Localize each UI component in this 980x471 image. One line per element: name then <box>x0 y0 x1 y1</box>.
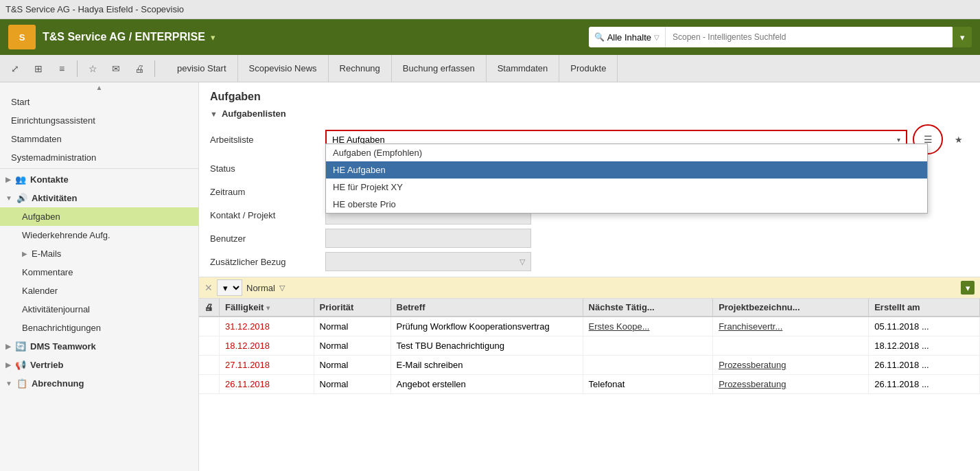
page-title: Aufgaben <box>199 82 980 108</box>
table-row[interactable]: 27.11.2018 Normal E-Mail schreiben Proze… <box>199 356 980 375</box>
section-title: Aufgabenlisten <box>222 108 286 119</box>
dropdown-option-2[interactable]: HE für Projekt XY <box>326 179 927 196</box>
td-icon-1 <box>199 336 220 356</box>
benutzer-input[interactable] <box>325 229 531 248</box>
bezug-input[interactable]: ▽ <box>325 252 531 271</box>
section-toggle-aufgabenlisten[interactable]: ▼ Aufgabenlisten <box>210 108 969 119</box>
sidebar-item-stammdaten[interactable]: Stammdaten <box>0 130 198 148</box>
sidebar-divider-1 <box>0 168 198 169</box>
table-row[interactable]: 31.12.2018 Normal Prüfung Workflow Koope… <box>199 317 980 336</box>
wiederkehrend-label: Wiederkehrende Aufg. <box>22 230 110 240</box>
tab-scopevisio-news[interactable]: Scopevisio News <box>238 55 329 82</box>
toolbar-list1-icon[interactable]: ⊞ <box>29 59 48 78</box>
th-projektbezeichnung[interactable]: Projektbezeichnu... <box>713 299 869 317</box>
emails-label: E-Mails <box>32 249 61 259</box>
dropdown-option-1[interactable]: HE Aufgaben <box>326 161 927 179</box>
abrechnung-icon: 📋 <box>16 378 27 389</box>
benutzer-input-wrapper <box>325 229 969 248</box>
th-print[interactable]: 🖨 <box>199 299 220 317</box>
filter-close-button[interactable]: ✕ <box>205 282 213 293</box>
sidebar-label-systemadmin: Systemadministration <box>11 152 96 163</box>
table-container: 🖨 Fälligkeit ▾ Priorität Betreff <box>199 299 980 394</box>
arbeitsliste-popup: Aufgaben (Empfohlen) HE Aufgaben HE für … <box>325 143 928 214</box>
tab-buchung-erfassen[interactable]: Buchung erfassen <box>392 55 487 82</box>
sidebar-section-kontakte[interactable]: ▶ 👥 Kontakte <box>0 170 198 189</box>
th-naechste-taetigkeit[interactable]: Nächste Tätig... <box>583 299 713 317</box>
sidebar-item-kalender[interactable]: Kalender <box>0 282 198 300</box>
sidebar-section-vertrieb[interactable]: ▶ 📢 Vertrieb <box>0 356 198 374</box>
th-prioritaet[interactable]: Priorität <box>314 299 390 317</box>
td-subject-1: Test TBU Benachrichtigung <box>390 336 583 356</box>
aufgaben-label: Aufgaben <box>22 211 60 222</box>
kalender-label: Kalender <box>22 286 58 296</box>
sidebar-section-aktivitaeten[interactable]: ▼ 🔊 Aktivitäten <box>0 189 198 207</box>
dropdown-option-3[interactable]: HE oberste Prio <box>326 196 927 213</box>
table-header-row: 🖨 Fälligkeit ▾ Priorität Betreff <box>199 299 980 317</box>
td-created-1: 18.12.2018 ... <box>869 336 980 356</box>
search-scope-button[interactable]: 🔍 Alle Inhalte ▽ <box>589 27 665 47</box>
th-prioritaet-label: Priorität <box>320 302 354 312</box>
toolbar-list2-icon[interactable]: ≡ <box>52 59 71 78</box>
sidebar-item-benachrichtigungen[interactable]: Benachrichtigungen <box>0 319 198 337</box>
th-erstellt-am[interactable]: Erstellt am <box>869 299 980 317</box>
td-date-1: 18.12.2018 <box>220 336 314 356</box>
th-betreff[interactable]: Betreff <box>390 299 583 317</box>
star-action-button[interactable]: ★ <box>948 129 969 150</box>
filter-bar-right: ▾ <box>961 281 975 295</box>
sidebar-item-aktivitaetenjournal[interactable]: Aktivitätenjournal <box>0 300 198 319</box>
toolbar-mail-icon[interactable]: ✉ <box>106 59 126 78</box>
toolbar: ⤢ ⊞ ≡ ☆ ✉ 🖨 pevisio Start Scopevisio New… <box>0 55 980 82</box>
kontakte-icon: 👥 <box>15 174 26 185</box>
sidebar-item-wiederkehrend[interactable]: Wiederkehrende Aufg. <box>0 226 198 244</box>
sort-icon-faelligkeit: ▾ <box>266 304 270 312</box>
table-row[interactable]: 26.11.2018 Normal Angebot erstellen Tele… <box>199 375 980 394</box>
tab-scopevisio-start[interactable]: pevisio Start <box>166 55 238 82</box>
sidebar-item-start[interactable]: Start <box>0 93 198 111</box>
toolbar-print-icon[interactable]: 🖨 <box>130 59 149 78</box>
tab-stammdaten[interactable]: Stammdaten <box>487 55 560 82</box>
benachrichtigungen-label: Benachrichtigungen <box>22 323 101 333</box>
th-faelligkeit[interactable]: Fälligkeit ▾ <box>220 299 314 317</box>
td-subject-2: E-Mail schreiben <box>390 356 583 375</box>
nav-tabs: pevisio Start Scopevisio News Rechnung B… <box>166 55 618 82</box>
tab-produkte[interactable]: Produkte <box>559 55 618 82</box>
vertrieb-expand-icon: ▶ <box>5 361 11 369</box>
sidebar-section-dms[interactable]: ▶ 🔄 DMS Teamwork <box>0 337 198 356</box>
table-row[interactable]: 18.12.2018 Normal Test TBU Benachrichtig… <box>199 336 980 356</box>
td-priority-3: Normal <box>314 375 390 394</box>
arbeitsliste-row: HE Aufgaben ▾ ☰ ★ Aufgaben (Empfohlen) <box>325 124 969 154</box>
td-date-0: 31.12.2018 <box>220 317 314 336</box>
vertrieb-label: Vertrieb <box>30 360 63 370</box>
tab-rechnung[interactable]: Rechnung <box>329 55 392 82</box>
sidebar-item-aufgaben[interactable]: Aufgaben <box>0 207 198 226</box>
bezug-input-wrapper: ▽ <box>325 252 969 271</box>
sidebar-item-kommentare[interactable]: Kommentare <box>0 263 198 282</box>
td-priority-1: Normal <box>314 336 390 356</box>
dropdown-option-0[interactable]: Aufgaben (Empfohlen) <box>326 144 927 161</box>
sidebar-section-abrechnung[interactable]: ▼ 📋 Abrechnung <box>0 374 198 393</box>
search-input[interactable] <box>665 27 953 47</box>
sidebar-item-einrichtung[interactable]: Einrichtungsassistent <box>0 111 198 130</box>
form-grid: Arbeitsliste HE Aufgaben ▾ ☰ ★ <box>210 124 969 271</box>
search-icon: 🔍 <box>594 32 605 42</box>
sidebar-item-systemadmin[interactable]: Systemadministration <box>0 148 198 167</box>
toolbar-expand-icon[interactable]: ⤢ <box>5 59 25 78</box>
arbeitsliste-arrow-icon: ▾ <box>897 136 900 143</box>
title-bar-text: T&S Service AG - Hadya Eisfeld - Scopevi… <box>5 4 184 14</box>
top-header: S T&S Service AG / ENTERPRISE ▾ 🔍 Alle I… <box>0 19 980 55</box>
star-icon: ★ <box>955 135 963 145</box>
company-selector[interactable]: T&S Service AG / ENTERPRISE ▾ <box>43 31 215 43</box>
filter-dropdown-button[interactable]: ▾ <box>961 281 975 295</box>
sidebar-item-emails[interactable]: ▶ E-Mails <box>0 244 198 263</box>
search-dropdown-button[interactable]: ▾ <box>953 27 972 47</box>
toolbar-favorite-icon[interactable]: ☆ <box>83 59 102 78</box>
td-next-0: Erstes Koope... <box>583 317 713 336</box>
th-erstellt-label: Erstellt am <box>874 302 920 312</box>
emails-expand: ▶ <box>22 250 27 257</box>
main-layout: ▲ Start Einrichtungsassistent Stammdaten… <box>0 82 980 471</box>
aktivitaeten-label: Aktivitäten <box>32 193 77 203</box>
td-icon-2 <box>199 356 220 375</box>
section-arrow-icon: ▼ <box>210 110 218 118</box>
filter-select[interactable]: ▾ <box>217 279 242 296</box>
td-priority-0: Normal <box>314 317 390 336</box>
